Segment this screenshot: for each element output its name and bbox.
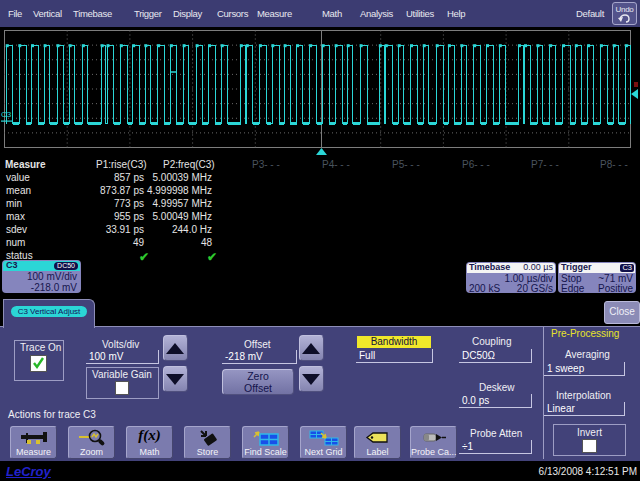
svg-text:C3: C3: [1, 110, 12, 119]
